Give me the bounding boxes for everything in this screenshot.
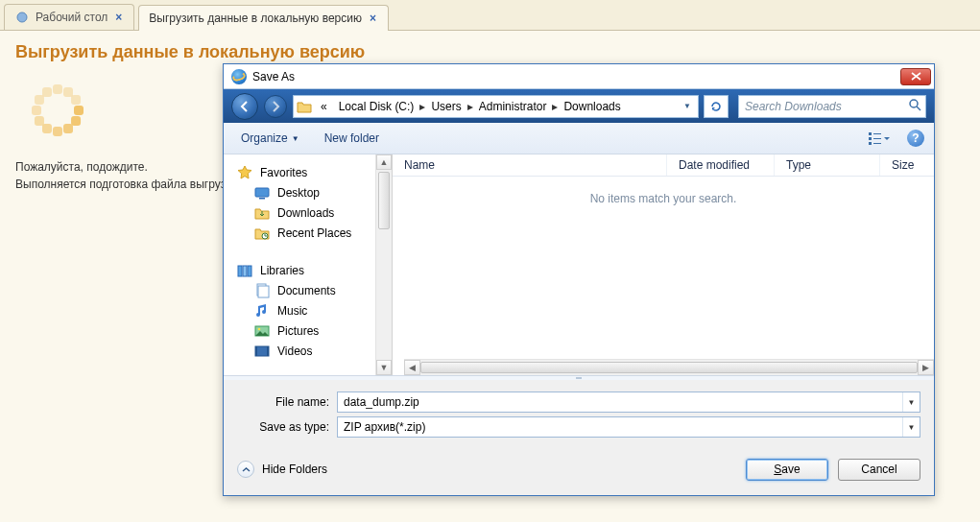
tree-node-recent[interactable]: Recent Places	[237, 223, 375, 243]
svg-rect-9	[255, 188, 269, 197]
col-date[interactable]: Date modified	[667, 154, 775, 176]
videos-icon	[254, 344, 270, 359]
breadcrumb[interactable]: « Local Disk (C:) ▸ Users ▸ Administrato…	[293, 95, 699, 118]
scroll-down-icon[interactable]: ▼	[376, 360, 392, 375]
tree-node-downloads[interactable]: Downloads	[237, 202, 375, 223]
type-field[interactable]	[338, 420, 902, 434]
app-tabs: Рабочий стол × Выгрузить данные в локаль…	[0, 0, 980, 31]
empty-message: No items match your search.	[393, 177, 934, 359]
save-button[interactable]: Save	[746, 459, 828, 481]
save-as-dialog: Save As « Local Disk (C:) ▸ Users ▸ Admi…	[223, 63, 935, 496]
organize-menu[interactable]: Organize ▼	[241, 131, 299, 145]
tree-node-videos[interactable]: Videos	[237, 341, 375, 361]
search-icon	[908, 98, 921, 114]
tree-node-pictures[interactable]: Pictures	[237, 320, 375, 341]
tree-libraries[interactable]: Libraries	[237, 260, 375, 280]
view-mode-button[interactable]	[865, 129, 894, 148]
tree-label: Documents	[277, 284, 336, 297]
refresh-button[interactable]	[704, 95, 729, 118]
documents-icon	[254, 283, 270, 298]
svg-point-18	[258, 327, 261, 330]
cancel-button[interactable]: Cancel	[838, 459, 920, 481]
svg-rect-10	[259, 198, 265, 200]
desktop-icon	[254, 185, 270, 201]
type-select[interactable]: ▼	[337, 416, 920, 438]
breadcrumb-item[interactable]: Downloads	[558, 100, 626, 113]
search-input[interactable]	[738, 95, 926, 118]
svg-line-2	[917, 107, 920, 110]
chevron-up-icon	[237, 461, 254, 478]
breadcrumb-item[interactable]: Administrator	[473, 100, 553, 113]
new-folder-button[interactable]: New folder	[324, 131, 379, 145]
dialog-body: Favorites Desktop Downloads	[224, 154, 934, 376]
ie-icon	[231, 69, 247, 84]
chevron-down-icon[interactable]: ▼	[902, 417, 920, 437]
hide-folders-label: Hide Folders	[262, 463, 327, 476]
col-size[interactable]: Size	[880, 154, 934, 176]
svg-rect-21	[267, 346, 269, 356]
svg-rect-20	[255, 346, 257, 356]
chevron-down-icon[interactable]: ▼	[677, 96, 698, 117]
folder-icon	[294, 100, 315, 113]
col-name[interactable]: Name	[393, 154, 667, 176]
desktop-icon	[14, 10, 30, 25]
file-list: Name Date modified Type Size No items ma…	[393, 154, 934, 375]
svg-rect-7	[869, 142, 872, 145]
type-label: Save as type:	[237, 420, 337, 434]
breadcrumb-item[interactable]: Users	[425, 100, 466, 113]
scroll-thumb[interactable]	[378, 172, 390, 229]
page-title: Выгрузить данные в локальную версию	[15, 42, 980, 62]
scroll-up-icon[interactable]: ▲	[376, 154, 392, 170]
downloads-icon	[254, 205, 270, 221]
search-field[interactable]	[743, 99, 908, 114]
filename-field[interactable]	[338, 395, 902, 409]
tree-label: Recent Places	[277, 226, 351, 240]
tab-export[interactable]: Выгрузить данные в локальную версию ×	[138, 5, 389, 31]
close-button[interactable]	[900, 68, 931, 85]
svg-rect-13	[243, 266, 247, 276]
tree-label: Downloads	[277, 206, 334, 220]
forward-button[interactable]	[264, 95, 287, 118]
filename-input[interactable]: ▼	[337, 392, 920, 413]
breadcrumb-prefix[interactable]: «	[315, 100, 333, 113]
scroll-left-icon[interactable]: ◀	[404, 360, 420, 375]
tree-label: Desktop	[277, 186, 320, 200]
spinner-icon	[29, 82, 86, 139]
svg-rect-16	[258, 286, 269, 297]
tree-label: Libraries	[260, 264, 304, 277]
tree-label: Pictures	[277, 324, 319, 338]
tree-scrollbar[interactable]: ▲ ▼	[375, 154, 393, 375]
scroll-thumb[interactable]	[420, 362, 918, 373]
back-button[interactable]	[231, 93, 258, 120]
scroll-right-icon[interactable]: ▶	[918, 360, 934, 375]
breadcrumb-item[interactable]: Local Disk (C:)	[333, 100, 420, 113]
libraries-icon	[237, 263, 252, 278]
tree-node-desktop[interactable]: Desktop	[237, 182, 375, 202]
cancel-label: Cancel	[861, 463, 896, 476]
pictures-icon	[254, 323, 270, 339]
hide-folders-button[interactable]: Hide Folders	[237, 461, 327, 478]
close-icon[interactable]: ×	[368, 12, 378, 25]
titlebar: Save As	[224, 64, 934, 89]
col-type[interactable]: Type	[775, 154, 880, 176]
svg-point-1	[910, 100, 918, 107]
svg-rect-12	[238, 266, 242, 276]
tree-favorites[interactable]: Favorites	[237, 162, 375, 182]
organize-label: Organize	[241, 131, 288, 145]
tree-node-documents[interactable]: Documents	[237, 280, 375, 300]
close-icon[interactable]: ×	[113, 11, 124, 24]
svg-rect-6	[873, 138, 881, 139]
music-icon	[254, 303, 270, 319]
tab-label: Выгрузить данные в локальную версию	[149, 12, 362, 25]
fields: File name: ▼ Save as type: ▼	[224, 380, 934, 445]
footer: Hide Folders Save Cancel	[224, 445, 934, 495]
help-button[interactable]: ?	[907, 130, 924, 147]
svg-rect-5	[869, 137, 872, 140]
svg-rect-8	[873, 143, 881, 144]
tab-desktop[interactable]: Рабочий стол ×	[4, 4, 134, 30]
chevron-down-icon[interactable]: ▼	[902, 392, 920, 412]
horizontal-scrollbar[interactable]: ◀ ▶	[404, 359, 934, 375]
tree-node-music[interactable]: Music	[237, 300, 375, 320]
navbar: « Local Disk (C:) ▸ Users ▸ Administrato…	[224, 89, 934, 123]
svg-rect-19	[255, 346, 269, 356]
